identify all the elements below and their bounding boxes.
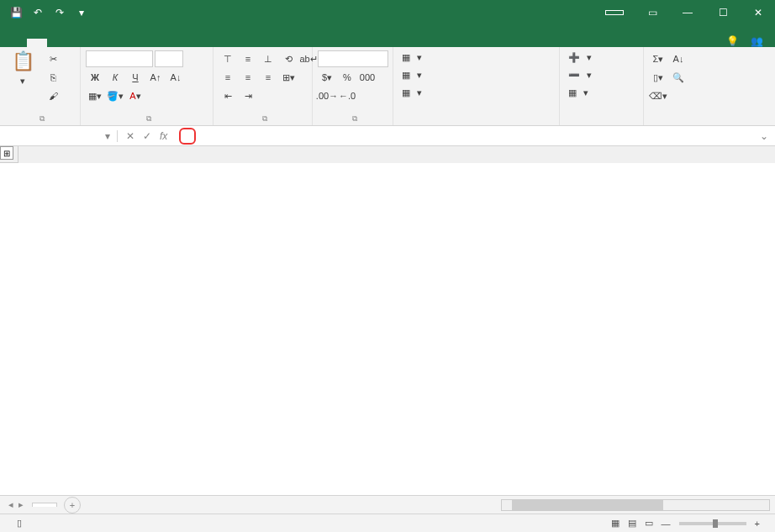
view-layout-icon[interactable]: ▤ — [628, 518, 636, 529]
find-icon[interactable]: 🔍 — [669, 69, 688, 86]
format-cells-button[interactable]: ▦ ▾ — [565, 86, 592, 100]
fx-icon[interactable]: fx — [160, 130, 167, 142]
ribbon-body: 📋 ▾ ✂ ⎘ 🖌 ⧉ Ж К Ч A↑ A↓ — [0, 47, 775, 126]
underline-icon[interactable]: Ч — [126, 69, 145, 86]
tab-view[interactable] — [148, 39, 168, 47]
formula-bar: ▾ ✕ ✓ fx ⌄ — [0, 126, 775, 146]
align-middle-icon[interactable]: ≡ — [239, 50, 257, 67]
clipboard-launcher-icon[interactable]: ⧉ — [40, 114, 45, 124]
font-color-icon[interactable]: A▾ — [126, 87, 145, 104]
delete-cells-button[interactable]: ➖ ▾ — [565, 68, 595, 82]
name-box[interactable]: ▾ — [0, 130, 118, 142]
alignment-launcher-icon[interactable]: ⧉ — [262, 114, 267, 124]
status-bar: ▯ ▦ ▤ ▭ — + — [0, 514, 775, 532]
share-button[interactable]: 👥 — [751, 35, 763, 47]
expand-formula-bar-icon[interactable]: ⌄ — [753, 130, 775, 142]
tab-file[interactable] — [7, 39, 27, 47]
bold-icon[interactable]: Ж — [86, 69, 104, 86]
ribbon-options-icon[interactable]: ▭ — [635, 0, 669, 25]
tab-pagelayout[interactable] — [67, 39, 87, 47]
align-right-icon[interactable]: ≡ — [259, 69, 277, 86]
quick-access-toolbar: 💾 ↶ ↷ ▾ — [0, 3, 91, 22]
shrink-font-icon[interactable]: A↓ — [166, 69, 185, 86]
align-left-icon[interactable]: ≡ — [219, 69, 237, 86]
borders-icon[interactable]: ▦▾ — [86, 87, 104, 104]
ribbon-tabs: 💡 👥 — [0, 25, 775, 47]
grow-font-icon[interactable]: A↑ — [146, 69, 165, 86]
tab-review[interactable] — [128, 39, 148, 47]
undo-icon[interactable]: ↶ — [29, 3, 47, 22]
accept-formula-icon[interactable]: ✓ — [143, 130, 151, 142]
align-center-icon[interactable]: ≡ — [239, 69, 257, 86]
spreadsheet-grid[interactable]: ⊞ — [0, 146, 775, 495]
group-editing-label — [649, 122, 736, 124]
view-normal-icon[interactable]: ▦ — [611, 518, 619, 529]
fill-icon[interactable]: ▯▾ — [649, 69, 667, 86]
view-break-icon[interactable]: ▭ — [645, 518, 653, 529]
sheet-tab-bar: ◂ ▸ + — [0, 495, 775, 514]
zoom-in-icon[interactable]: + — [755, 519, 760, 529]
font-name-select[interactable] — [86, 50, 153, 67]
align-top-icon[interactable]: ⊤ — [219, 50, 237, 67]
fill-color-icon[interactable]: 🪣▾ — [106, 87, 124, 104]
orientation-icon[interactable]: ⟲ — [279, 50, 298, 67]
number-launcher-icon[interactable]: ⧉ — [352, 114, 357, 124]
tell-me[interactable]: 💡 — [726, 35, 739, 47]
zoom-out-icon[interactable]: — — [662, 519, 671, 529]
sheet-nav-next-icon[interactable]: ▸ — [18, 499, 24, 510]
number-format-select[interactable] — [318, 50, 388, 67]
horizontal-scrollbar[interactable] — [501, 499, 770, 511]
macro-record-icon[interactable]: ▯ — [17, 518, 22, 529]
redo-icon[interactable]: ↷ — [50, 3, 69, 22]
merge-icon[interactable]: ⊞▾ — [279, 69, 298, 86]
save-icon[interactable]: 💾 — [7, 3, 25, 22]
group-styles-label — [398, 122, 554, 124]
cancel-formula-icon[interactable]: ✕ — [126, 130, 134, 142]
italic-icon[interactable]: К — [106, 69, 124, 86]
login-button[interactable] — [605, 10, 624, 15]
autofill-options-icon[interactable]: ⊞ — [0, 146, 13, 160]
tab-data[interactable] — [108, 39, 128, 47]
zoom-slider[interactable] — [679, 522, 746, 525]
format-painter-icon[interactable]: 🖌 — [44, 87, 62, 104]
paste-button[interactable]: 📋 ▾ — [5, 50, 40, 87]
insert-cells-button[interactable]: ➕ ▾ — [565, 50, 595, 65]
minimize-icon[interactable]: — — [671, 0, 704, 25]
sheet-nav-prev-icon[interactable]: ◂ — [8, 499, 13, 510]
tab-formulas[interactable] — [87, 39, 108, 47]
add-sheet-icon[interactable]: + — [64, 497, 81, 514]
close-icon[interactable]: ✕ — [741, 0, 775, 25]
clear-icon[interactable]: ⌫▾ — [649, 87, 667, 104]
autosum-icon[interactable]: Σ▾ — [649, 50, 667, 67]
font-launcher-icon[interactable]: ⧉ — [146, 114, 151, 124]
increase-decimal-icon[interactable]: .00→ — [318, 87, 336, 104]
decrease-decimal-icon[interactable]: ←.0 — [338, 87, 356, 104]
font-size-select[interactable] — [155, 50, 183, 67]
title-bar: 💾 ↶ ↷ ▾ ▭ — ☐ ✕ — [0, 0, 775, 25]
decrease-indent-icon[interactable]: ⇤ — [219, 87, 237, 104]
group-cells-label — [565, 122, 638, 124]
currency-icon[interactable]: $▾ — [318, 69, 336, 86]
cell-styles-button[interactable]: ▦ ▾ — [398, 86, 425, 100]
tab-insert[interactable] — [47, 39, 67, 47]
align-bottom-icon[interactable]: ⊥ — [259, 50, 277, 67]
qat-customize-icon[interactable]: ▾ — [72, 3, 91, 22]
sheet-tab[interactable] — [32, 503, 57, 507]
cut-icon[interactable]: ✂ — [44, 50, 62, 67]
tab-home[interactable] — [27, 39, 47, 47]
percent-icon[interactable]: % — [338, 69, 356, 86]
conditional-formatting-button[interactable]: ▦ ▾ — [398, 50, 425, 65]
tab-help[interactable] — [168, 39, 188, 47]
sort-filter-icon[interactable]: A↓ — [669, 50, 688, 67]
copy-icon[interactable]: ⎘ — [44, 69, 62, 86]
maximize-icon[interactable]: ☐ — [706, 0, 740, 25]
format-as-table-button[interactable]: ▦ ▾ — [398, 68, 425, 82]
increase-indent-icon[interactable]: ⇥ — [239, 87, 257, 104]
formula-input[interactable] — [179, 128, 196, 145]
comma-icon[interactable]: 000 — [358, 69, 377, 86]
